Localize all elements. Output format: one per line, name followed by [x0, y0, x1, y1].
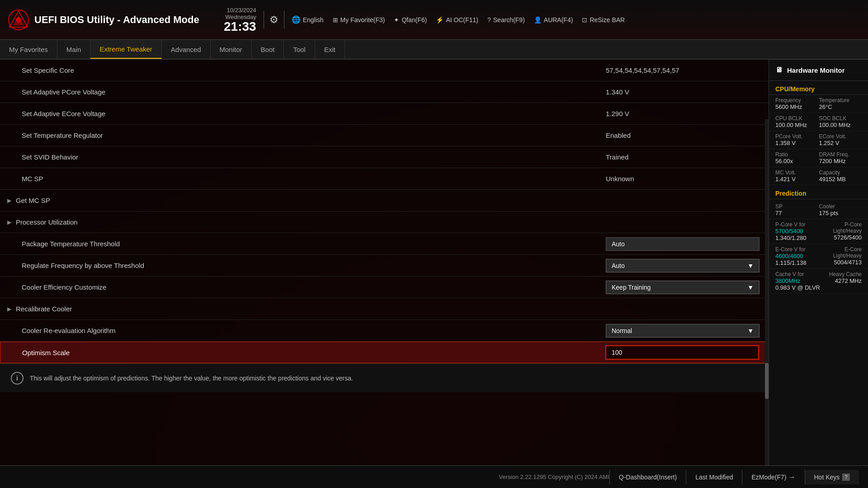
setting-label-temp-regulator: Set Temperature Regulator	[0, 131, 606, 139]
setting-value-pkg-temp[interactable]: Auto	[606, 237, 769, 251]
resize-icon: ⊡	[582, 16, 587, 23]
chevron-down-icon: ▼	[747, 262, 754, 269]
nav-boot[interactable]: Boot	[252, 40, 284, 59]
dropdown-cooler-eff[interactable]: Keep Training ▼	[606, 281, 760, 294]
table-row[interactable]: ▶ Processor Utilization	[0, 211, 769, 233]
table-row: Set SVID Behavior Trained	[0, 146, 769, 168]
footer-hotkeys-button[interactable]: Hot Keys ?	[805, 470, 859, 484]
input-optimism-scale[interactable]: 100	[605, 345, 759, 360]
setting-value-cooler-reeval[interactable]: Normal ▼	[606, 324, 769, 338]
search-icon: ?	[487, 16, 491, 23]
monitor-icon: 🖥	[775, 66, 783, 74]
monitor-cpu-bclk-label: CPU BCLK	[775, 115, 818, 122]
toolbar-aura[interactable]: 👤 AURA(F4)	[534, 16, 573, 23]
info-bar: i This will adjust the optimism of predi…	[0, 363, 769, 392]
pred-ecore-v-row: E-Core V for 4600/4600 1.115/1.138 E-Cor…	[769, 244, 868, 269]
nav-exit[interactable]: Exit	[315, 40, 345, 59]
pred-ecore-lh-freq: 5004/4713	[833, 259, 862, 266]
table-row[interactable]: ▶ Recalibrate Cooler	[0, 298, 769, 320]
pred-cache-v-row: Cache V for 3800MHz 0.983 V @ DLVR Heavy…	[769, 269, 868, 294]
nav-extreme-tweaker[interactable]: Extreme Tweaker	[90, 40, 161, 59]
footer-ezmode-button[interactable]: EzMode(F7) →	[742, 469, 804, 485]
monitor-freq-temp: Frequency 5600 MHz Temperature 26°C	[769, 95, 868, 113]
table-row: Set Specific Core 57,54,54,54,54,57,54,5…	[0, 60, 769, 81]
toolbar-resize-bar[interactable]: ⊡ ReSize BAR	[582, 16, 625, 23]
monitor-soc-bclk-value: 100.00 MHz	[819, 122, 862, 128]
toolbar-aioc[interactable]: ⚡ AI OC(F11)	[436, 16, 478, 23]
monitor-ratio-label: Ratio	[775, 151, 818, 158]
cpu-memory-section-header: CPU/Memory	[769, 81, 868, 95]
table-row: Cooler Re-evaluation Algorithm Normal ▼	[0, 320, 769, 342]
monitor-ratio-dram: Ratio 56.00x DRAM Freq. 7200 MHz	[769, 149, 868, 167]
pred-ecore-lh-label: E-Core	[833, 246, 862, 253]
pred-cache-freq: 4272 MHz	[829, 277, 862, 284]
monitor-dram-freq-value: 7200 MHz	[819, 158, 862, 164]
chevron-down-icon: ▼	[747, 327, 754, 334]
rog-logo-icon	[7, 9, 30, 31]
setting-label-processor-util: ▶ Processor Utilization	[0, 218, 606, 226]
nav-monitor[interactable]: Monitor	[211, 40, 252, 59]
expand-arrow-icon: ▶	[7, 306, 11, 312]
setting-label-svid: Set SVID Behavior	[0, 153, 606, 161]
toolbar-qfan[interactable]: ✦ Qfan(F6)	[394, 16, 427, 23]
table-row: Optimism Scale 100	[0, 342, 769, 363]
ai-icon: ⚡	[436, 16, 443, 23]
nav-main[interactable]: Main	[57, 40, 91, 59]
main-layout: Set Specific Core 57,54,54,54,54,57,54,5…	[0, 60, 868, 465]
scrollbar-track[interactable]	[765, 119, 769, 488]
setting-label-recalibrate: ▶ Recalibrate Cooler	[0, 305, 606, 313]
setting-value-optimism[interactable]: 100	[605, 345, 768, 360]
setting-label-cooler-eff: Cooler Efficiency Customize	[0, 283, 606, 291]
prediction-section-header: Prediction	[769, 185, 868, 199]
dropdown-cooler-reeval[interactable]: Normal ▼	[606, 324, 760, 338]
pred-cache-v-label: Cache V for	[775, 271, 820, 277]
footer-qdashboard-button[interactable]: Q-Dashboard(Insert)	[609, 470, 686, 484]
hardware-monitor-title: 🖥 Hardware Monitor	[769, 60, 868, 81]
nav-my-favorites[interactable]: My Favorites	[0, 40, 57, 59]
nav-tool[interactable]: Tool	[284, 40, 315, 59]
footer: Version 2.22.1295 Copyright (C) 2024 AMI…	[0, 465, 868, 488]
monitor-capacity-value: 49152 MB	[819, 176, 862, 183]
toolbar-english[interactable]: 🌐 English	[292, 15, 324, 24]
monitor-dram-freq-label: DRAM Freq.	[819, 151, 862, 158]
setting-value-adaptive-ecore: 1.290 V	[606, 110, 769, 117]
setting-label-pkg-temp: Package Temperature Threshold	[0, 240, 606, 248]
settings-icon[interactable]: ⚙	[264, 11, 284, 29]
monitor-temp-label: Temperature	[819, 97, 862, 103]
toolbar-my-favorite[interactable]: ⊞ My Favorite(F3)	[333, 16, 385, 23]
dropdown-reg-freq[interactable]: Auto ▼	[606, 259, 760, 272]
setting-label-adaptive-ecore: Set Adaptive ECore Voltage	[0, 110, 606, 117]
nav-bar: My Favorites Main Extreme Tweaker Advanc…	[0, 40, 868, 60]
datetime-area: 10/23/2024 Wednesday 21:33	[207, 7, 256, 33]
monitor-bclk: CPU BCLK 100.00 MHz SOC BCLK 100.00 MHz	[769, 113, 868, 131]
info-icon: i	[11, 372, 24, 385]
help-icon: ?	[842, 474, 850, 481]
footer-last-modified-button[interactable]: Last Modified	[686, 470, 742, 484]
table-row[interactable]: ▶ Get MC SP	[0, 190, 769, 211]
toolbar: 🌐 English ⊞ My Favorite(F3) ✦ Qfan(F6) ⚡…	[292, 15, 861, 24]
globe-icon: 🌐	[292, 15, 301, 24]
header: UEFI BIOS Utility - Advanced Mode 10/23/…	[0, 0, 868, 40]
monitor-capacity-label: Capacity	[819, 169, 862, 176]
value-box-auto[interactable]: Auto	[606, 237, 760, 251]
monitor-soc-bclk-label: SOC BCLK	[819, 115, 862, 122]
arrow-right-icon: →	[788, 473, 796, 481]
toolbar-search[interactable]: ? Search(F9)	[487, 16, 525, 23]
scrollbar-thumb[interactable]	[765, 363, 769, 399]
setting-label-cooler-reeval: Cooler Re-evaluation Algorithm	[0, 327, 606, 334]
pred-ecore-lh-label2: Light/Heavy	[833, 253, 862, 259]
table-row: Regulate Frequency by above Threshold Au…	[0, 255, 769, 277]
content-area: Set Specific Core 57,54,54,54,54,57,54,5…	[0, 60, 769, 465]
pred-cooler-value: 175 pts	[819, 210, 862, 216]
setting-value-cooler-eff[interactable]: Keep Training ▼	[606, 281, 769, 294]
date-display: 10/23/2024	[227, 7, 256, 14]
pred-cooler-label: Cooler	[819, 203, 862, 210]
setting-value-mc-sp: Unknown	[606, 175, 769, 183]
footer-version: Version 2.22.1295 Copyright (C) 2024 AMI	[499, 474, 609, 480]
nav-advanced[interactable]: Advanced	[162, 40, 211, 59]
pred-ecore-v-label: E-Core V for	[775, 246, 807, 253]
pred-sp-value: 77	[775, 210, 818, 216]
monitor-volt: PCore Volt. 1.358 V ECore Volt. 1.252 V	[769, 131, 868, 149]
setting-value-reg-freq[interactable]: Auto ▼	[606, 259, 769, 272]
setting-label-adaptive-pcore: Set Adaptive PCore Voltage	[0, 88, 606, 96]
